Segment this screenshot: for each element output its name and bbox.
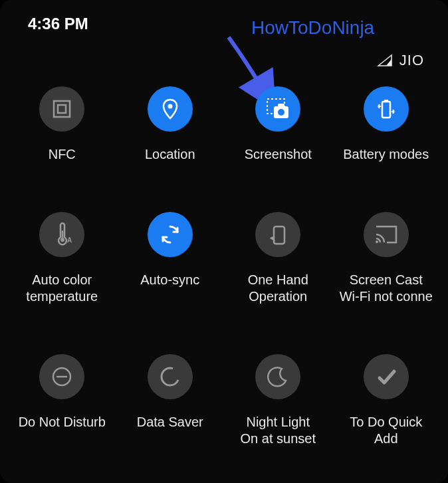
tile-datasaver-circle (148, 354, 193, 399)
tile-cast-circle (364, 212, 409, 257)
tile-todo-label: To Do Quick Add (350, 414, 422, 447)
datasaver-icon (158, 365, 182, 389)
tile-location[interactable]: Location (116, 86, 225, 163)
tile-dnd[interactable]: Do Not Disturb (8, 354, 116, 447)
carrier-label: JIO (399, 52, 424, 69)
sync-icon (158, 223, 182, 246)
svg-rect-7 (382, 102, 390, 118)
svg-rect-8 (384, 100, 388, 102)
tile-one-hand[interactable]: One Hand Operation (224, 212, 332, 305)
svg-rect-5 (278, 104, 284, 108)
battery-icon (374, 97, 398, 121)
svg-rect-1 (58, 105, 66, 113)
carrier-indicator: JIO (377, 52, 424, 69)
tile-dnd-circle (39, 354, 84, 399)
cast-icon (374, 224, 399, 245)
thermometer-icon: A (50, 221, 74, 248)
tile-battery-label: Battery modes (343, 146, 429, 163)
tile-onehand-label: One Hand Operation (248, 272, 308, 305)
tile-onehand-circle (255, 212, 300, 257)
tile-temp-circle: A (39, 212, 84, 257)
watermark-text: HowToDoNinja (251, 17, 374, 39)
todo-icon (374, 365, 398, 389)
quick-settings-panel: 4:36 PM HowToDoNinja JIO (0, 0, 448, 483)
tile-datasaver-label: Data Saver (137, 414, 203, 431)
tile-nightlight-label: Night Light (246, 414, 310, 431)
tile-nightlight-sublabel: On at sunset (241, 431, 316, 447)
tile-sync-label: Auto-sync (140, 272, 199, 288)
svg-rect-12 (274, 227, 284, 244)
signal-icon (377, 54, 393, 67)
tile-night-light[interactable]: Night Light On at sunset (224, 354, 332, 447)
svg-point-16 (162, 368, 179, 385)
svg-point-6 (278, 109, 284, 116)
tile-screenshot[interactable]: Screenshot (224, 86, 332, 163)
tile-auto-sync[interactable]: Auto-sync (116, 212, 225, 305)
tile-location-label: Location (145, 146, 195, 163)
tile-temp-label: Auto color temperature (26, 272, 98, 305)
status-time: 4:36 PM (28, 15, 88, 33)
tile-nfc[interactable]: NFC (8, 86, 116, 163)
tile-battery-modes[interactable]: Battery modes (332, 86, 441, 163)
tile-data-saver[interactable]: Data Saver (116, 354, 225, 447)
tile-sync-circle (148, 212, 193, 257)
tile-cast-label: Screen Cast (350, 272, 423, 288)
tile-todo-circle (364, 354, 409, 399)
tile-auto-color-temp[interactable]: A Auto color temperature (8, 212, 116, 305)
tile-battery-circle (364, 86, 409, 132)
tiles-grid: NFC Location (0, 86, 448, 447)
tile-screenshot-label: Screenshot (245, 146, 312, 163)
tile-todo-quick-add[interactable]: To Do Quick Add (332, 354, 441, 447)
svg-rect-0 (54, 101, 70, 117)
tile-screenshot-circle (255, 86, 300, 132)
location-icon (158, 97, 182, 121)
tile-nightlight-circle (255, 354, 300, 399)
svg-point-2 (168, 104, 172, 109)
tile-location-circle (148, 86, 193, 132)
tile-nfc-circle (39, 86, 84, 132)
tile-screen-cast[interactable]: Screen Cast Wi-Fi not conne (332, 212, 441, 305)
nightlight-icon (266, 365, 290, 389)
svg-point-13 (376, 241, 378, 243)
tile-dnd-label: Do Not Disturb (19, 414, 106, 431)
nfc-icon (50, 97, 74, 121)
onehand-icon (266, 223, 290, 246)
screenshot-icon (265, 97, 291, 121)
svg-text:A: A (67, 237, 72, 244)
status-bar: 4:36 PM (0, 0, 448, 33)
dnd-icon (50, 365, 74, 389)
tile-nfc-label: NFC (49, 146, 76, 163)
tile-cast-sublabel: Wi-Fi not conne (340, 288, 433, 305)
